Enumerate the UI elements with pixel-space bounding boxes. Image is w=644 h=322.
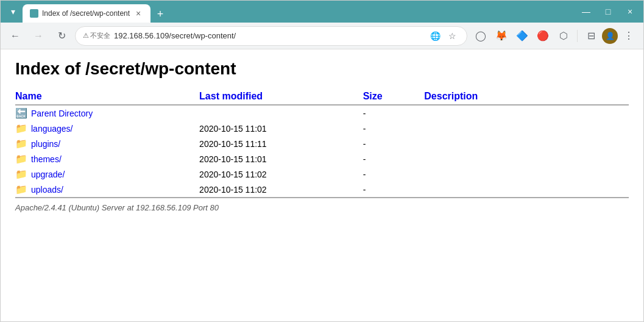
file-size: - bbox=[363, 166, 425, 182]
navigation-bar: ← → ↻ ⚠ 不安全 🌐 ☆ ◯ 🦊 🔷 🔴 ⬡ ⊟ 👤 ⋮ bbox=[1, 23, 643, 49]
table-row: 📁themes/2020-10-15 11:01- bbox=[15, 151, 629, 166]
parent-icon: 🔙 bbox=[15, 107, 27, 119]
file-name: Parent Directory bbox=[31, 109, 93, 118]
profile-avatar[interactable]: 👤 bbox=[602, 28, 618, 44]
file-name: plugins/ bbox=[31, 139, 60, 149]
security-label: 不安全 bbox=[90, 31, 110, 40]
tab-close-button[interactable]: × bbox=[133, 9, 143, 18]
window-controls: — □ × bbox=[578, 3, 639, 20]
split-view-button[interactable]: ⊟ bbox=[581, 26, 601, 46]
puzzle-button[interactable]: ⬡ bbox=[554, 26, 573, 46]
file-link[interactable]: 📁themes/ bbox=[15, 153, 194, 165]
folder-icon: 📁 bbox=[15, 184, 27, 195]
folder-icon: 📁 bbox=[15, 153, 27, 165]
table-row: 📁languages/2020-10-15 11:01- bbox=[15, 121, 629, 136]
tab-strip: Index of /secret/wp-content × + bbox=[23, 1, 169, 23]
table-row: 📁uploads/2020-10-15 11:02- bbox=[15, 182, 629, 198]
translate-ext-button[interactable]: 🔷 bbox=[512, 26, 532, 46]
file-name: languages/ bbox=[31, 124, 73, 134]
minimize-button[interactable]: — bbox=[578, 3, 595, 20]
file-modified: 2020-10-15 11:02 bbox=[199, 182, 363, 198]
address-input[interactable] bbox=[114, 31, 424, 40]
page-title: Index of /secret/wp-content bbox=[15, 59, 629, 79]
sort-by-desc-link[interactable]: Description bbox=[424, 91, 478, 101]
browser-window: ▾ Index of /secret/wp-content × + — □ × … bbox=[0, 0, 644, 322]
file-listing-table: Name Last modified Size Description 🔙Par… bbox=[15, 88, 629, 198]
tab-favicon bbox=[30, 9, 38, 18]
file-link[interactable]: 📁plugins/ bbox=[15, 138, 194, 149]
column-header-size: Size bbox=[363, 88, 425, 105]
file-modified: 2020-10-15 11:01 bbox=[199, 121, 363, 136]
table-header-row: Name Last modified Size Description bbox=[15, 88, 629, 105]
file-description bbox=[424, 182, 629, 198]
sort-by-name-link[interactable]: Name bbox=[15, 91, 42, 101]
file-size: - bbox=[363, 182, 425, 198]
reload-button[interactable]: ↻ bbox=[52, 26, 71, 46]
file-modified: 2020-10-15 11:02 bbox=[199, 166, 363, 182]
file-link[interactable]: 📁uploads/ bbox=[15, 184, 194, 195]
address-icons: 🌐 ☆ bbox=[428, 29, 459, 43]
file-link[interactable]: 🔙Parent Directory bbox=[15, 107, 194, 119]
active-tab[interactable]: Index of /secret/wp-content × bbox=[23, 4, 150, 23]
new-tab-button[interactable]: + bbox=[152, 5, 169, 23]
menu-button[interactable]: ⋮ bbox=[619, 26, 639, 46]
file-size: - bbox=[363, 136, 425, 151]
file-link[interactable]: 📁languages/ bbox=[15, 123, 194, 134]
close-window-button[interactable]: × bbox=[621, 3, 639, 20]
page-content: Index of /secret/wp-content Name Last mo… bbox=[1, 49, 643, 321]
file-description bbox=[424, 121, 629, 136]
file-name: uploads/ bbox=[31, 185, 63, 195]
file-modified: 2020-10-15 11:11 bbox=[199, 136, 363, 151]
avatar-image: 👤 bbox=[606, 32, 615, 40]
folder-icon: 📁 bbox=[15, 138, 27, 149]
security-icon: ⚠ bbox=[83, 32, 89, 40]
column-header-description: Description bbox=[424, 88, 629, 105]
column-header-modified: Last modified bbox=[199, 88, 363, 105]
sort-by-modified-link[interactable]: Last modified bbox=[199, 91, 263, 101]
file-name: upgrade/ bbox=[31, 170, 65, 179]
file-size: - bbox=[363, 105, 425, 121]
forward-button[interactable]: → bbox=[29, 26, 48, 46]
tab-title-label: Index of /secret/wp-content bbox=[42, 9, 130, 18]
circle-icon-button[interactable]: ◯ bbox=[471, 26, 490, 46]
back-button[interactable]: ← bbox=[5, 26, 25, 46]
table-row: 🔙Parent Directory- bbox=[15, 105, 629, 121]
file-size: - bbox=[363, 121, 425, 136]
table-row: 📁upgrade/2020-10-15 11:02- bbox=[15, 166, 629, 182]
red-ext-button[interactable]: 🔴 bbox=[533, 26, 553, 46]
maximize-button[interactable]: □ bbox=[600, 3, 617, 20]
address-bar[interactable]: ⚠ 不安全 🌐 ☆ bbox=[75, 26, 467, 46]
file-name: themes/ bbox=[31, 154, 62, 164]
file-modified bbox=[199, 105, 363, 121]
file-description bbox=[424, 166, 629, 182]
file-description bbox=[424, 151, 629, 166]
file-link[interactable]: 📁upgrade/ bbox=[15, 168, 194, 180]
table-footer-row bbox=[15, 198, 629, 198]
server-footer: Apache/2.4.41 (Ubuntu) Server at 192.168… bbox=[15, 203, 629, 212]
toolbar-divider bbox=[577, 30, 578, 42]
toolbar-icons: ◯ 🦊 🔷 🔴 ⬡ ⊟ 👤 ⋮ bbox=[471, 26, 639, 46]
file-size: - bbox=[363, 151, 425, 166]
folder-icon: 📁 bbox=[15, 123, 27, 134]
file-description bbox=[424, 105, 629, 121]
security-indicator: ⚠ 不安全 bbox=[83, 31, 110, 40]
sort-by-size-link[interactable]: Size bbox=[363, 91, 383, 101]
file-description bbox=[424, 136, 629, 151]
fox-extension-button[interactable]: 🦊 bbox=[492, 26, 511, 46]
folder-icon: 📁 bbox=[15, 168, 27, 180]
tab-dropdown-button[interactable]: ▾ bbox=[5, 4, 20, 19]
file-modified: 2020-10-15 11:01 bbox=[199, 151, 363, 166]
column-header-name: Name bbox=[15, 88, 199, 105]
bookmark-button[interactable]: ☆ bbox=[445, 29, 459, 43]
translate-button[interactable]: 🌐 bbox=[428, 29, 442, 43]
title-bar: ▾ Index of /secret/wp-content × + — □ × bbox=[1, 1, 643, 23]
table-row: 📁plugins/2020-10-15 11:11- bbox=[15, 136, 629, 151]
